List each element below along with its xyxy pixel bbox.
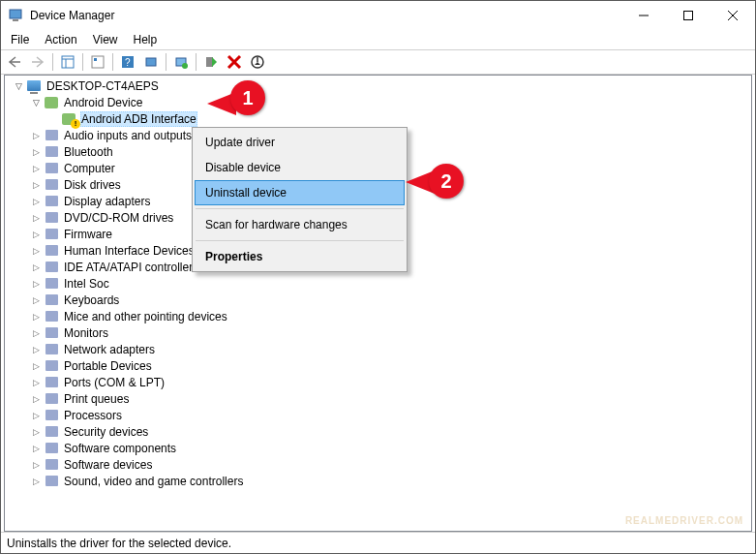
tree-category[interactable]: Intel Soc bbox=[7, 275, 751, 292]
tree-category-label: Display adapters bbox=[63, 195, 151, 208]
chevron-right-icon[interactable] bbox=[28, 177, 44, 193]
back-button[interactable] bbox=[3, 51, 26, 73]
tree-category[interactable]: Network adapters bbox=[7, 341, 751, 357]
tree-category-label: Computer bbox=[63, 162, 116, 175]
uninstall-device-button[interactable] bbox=[223, 51, 246, 73]
enable-device-button[interactable] bbox=[199, 51, 223, 73]
menubar: File Action View Help bbox=[1, 30, 755, 49]
chevron-right-icon[interactable] bbox=[28, 358, 44, 374]
context-scan-hardware[interactable]: Scan for hardware changes bbox=[195, 212, 405, 237]
chevron-right-icon[interactable] bbox=[28, 375, 44, 390]
context-properties[interactable]: Properties bbox=[195, 244, 405, 269]
device-icon bbox=[44, 243, 59, 259]
tree-category[interactable]: Portable Devices bbox=[7, 357, 751, 374]
tree-category-label: Security devices bbox=[63, 425, 149, 439]
callout-2: 2 bbox=[429, 164, 464, 199]
device-icon bbox=[44, 325, 59, 341]
svg-point-15 bbox=[182, 63, 188, 69]
minimize-button[interactable] bbox=[621, 1, 666, 30]
tree-item-android-adb[interactable]: Android ADB Interface bbox=[7, 110, 751, 127]
chevron-right-icon[interactable] bbox=[28, 210, 44, 226]
svg-rect-0 bbox=[10, 10, 21, 18]
tree-root-label: DESKTOP-CT4AEPS bbox=[45, 79, 160, 93]
chevron-right-icon[interactable] bbox=[28, 408, 44, 423]
chevron-down-icon[interactable] bbox=[11, 78, 26, 94]
tree-category[interactable]: Security devices bbox=[7, 423, 751, 440]
chevron-right-icon[interactable] bbox=[28, 194, 44, 209]
close-button[interactable] bbox=[711, 1, 755, 30]
tree-category-label: Sound, video and game controllers bbox=[63, 475, 244, 488]
tree-category[interactable]: Mice and other pointing devices bbox=[7, 308, 751, 324]
context-separator bbox=[196, 208, 404, 209]
tree-category[interactable]: Print queues bbox=[7, 390, 751, 407]
menu-file[interactable]: File bbox=[3, 31, 37, 48]
chevron-right-icon[interactable] bbox=[28, 276, 44, 292]
device-icon bbox=[44, 276, 59, 292]
device-manager-window: Device Manager File Action View Help ? bbox=[0, 0, 756, 554]
scan-button[interactable] bbox=[139, 51, 163, 73]
tree-category[interactable]: Ports (COM & LPT) bbox=[7, 374, 751, 390]
chevron-right-icon[interactable] bbox=[28, 474, 44, 489]
device-icon bbox=[44, 144, 59, 160]
properties-button[interactable] bbox=[86, 51, 109, 73]
watermark: REALMEDRIVER.COM bbox=[625, 515, 743, 526]
tree-category[interactable]: Software devices bbox=[7, 456, 751, 473]
chevron-right-icon[interactable] bbox=[28, 424, 44, 440]
chevron-down-icon[interactable] bbox=[28, 95, 44, 110]
svg-text:?: ? bbox=[125, 57, 131, 68]
chevron-right-icon[interactable] bbox=[28, 457, 44, 473]
tree-category[interactable]: Sound, video and game controllers bbox=[7, 473, 751, 489]
tree-root[interactable]: DESKTOP-CT4AEPS bbox=[7, 77, 751, 94]
tree-category[interactable]: Processors bbox=[7, 407, 751, 423]
tree-category-android[interactable]: Android Device bbox=[7, 94, 751, 110]
menu-help[interactable]: Help bbox=[126, 31, 166, 48]
chevron-right-icon[interactable] bbox=[28, 128, 44, 143]
chevron-right-icon[interactable] bbox=[28, 309, 44, 324]
tree-category[interactable]: Monitors bbox=[7, 324, 751, 341]
svg-rect-9 bbox=[92, 56, 104, 68]
tree-category-label: Keyboards bbox=[63, 293, 120, 307]
maximize-button[interactable] bbox=[666, 1, 711, 30]
chevron-right-icon[interactable] bbox=[28, 243, 44, 259]
forward-button[interactable] bbox=[26, 51, 49, 73]
tree-category-label: Network adapters bbox=[63, 343, 156, 356]
chevron-right-icon[interactable] bbox=[28, 260, 44, 275]
menu-action[interactable]: Action bbox=[37, 31, 84, 48]
device-icon bbox=[44, 161, 59, 176]
device-icon bbox=[44, 194, 59, 209]
expand-placeholder bbox=[45, 111, 61, 127]
context-disable-device[interactable]: Disable device bbox=[195, 155, 405, 180]
menu-view[interactable]: View bbox=[85, 31, 126, 48]
tree-category-label: Software components bbox=[63, 442, 177, 455]
show-hide-tree-button[interactable] bbox=[56, 51, 79, 73]
chevron-right-icon[interactable] bbox=[28, 342, 44, 357]
chevron-right-icon[interactable] bbox=[28, 161, 44, 176]
chevron-right-icon[interactable] bbox=[28, 391, 44, 407]
tree-category-label: Human Interface Devices bbox=[63, 244, 196, 258]
window-title: Device Manager bbox=[30, 9, 621, 22]
disable-device-button[interactable] bbox=[246, 51, 269, 73]
tree-category[interactable]: Software components bbox=[7, 440, 751, 456]
chevron-right-icon[interactable] bbox=[28, 227, 44, 242]
device-icon bbox=[44, 375, 59, 390]
update-driver-button[interactable] bbox=[169, 51, 193, 73]
chevron-right-icon[interactable] bbox=[28, 292, 44, 308]
context-uninstall-device[interactable]: Uninstall device bbox=[195, 180, 405, 205]
toolbar-separator bbox=[196, 53, 197, 71]
context-update-driver[interactable]: Update driver bbox=[195, 130, 405, 155]
tree-category-label: Processors bbox=[63, 409, 123, 422]
svg-rect-16 bbox=[206, 57, 213, 67]
titlebar: Device Manager bbox=[1, 1, 755, 30]
help-button[interactable]: ? bbox=[116, 51, 139, 73]
chevron-right-icon[interactable] bbox=[28, 441, 44, 456]
chevron-right-icon[interactable] bbox=[28, 325, 44, 341]
tree-item-label: Android ADB Interface bbox=[80, 111, 197, 127]
window-buttons bbox=[621, 1, 755, 30]
computer-icon bbox=[26, 78, 42, 94]
tree-category-label: Intel Soc bbox=[63, 277, 110, 291]
statusbar: Uninstalls the driver for the selected d… bbox=[1, 532, 755, 553]
chevron-right-icon[interactable] bbox=[28, 144, 44, 160]
svg-rect-3 bbox=[684, 12, 693, 20]
tree-category[interactable]: Keyboards bbox=[7, 292, 751, 308]
svg-rect-1 bbox=[13, 19, 18, 21]
